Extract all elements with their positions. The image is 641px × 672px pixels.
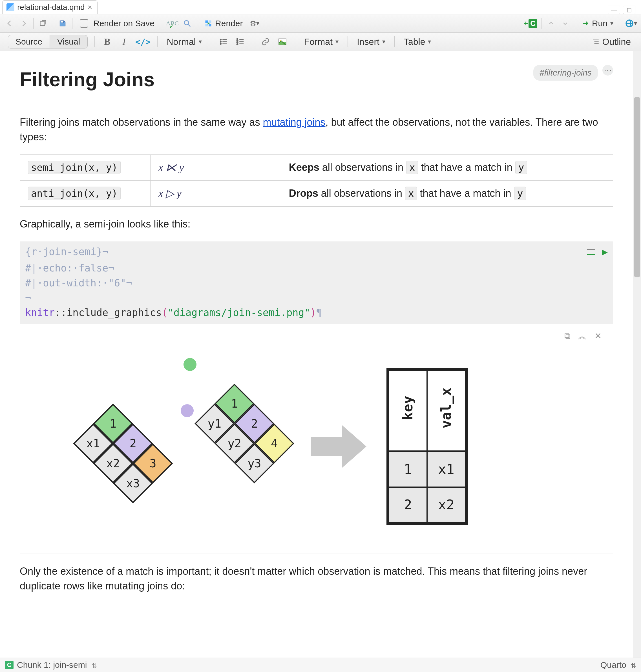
- run-button[interactable]: Run ▾: [579, 18, 617, 29]
- scrollbar-thumb[interactable]: [634, 97, 640, 277]
- tab-strip: relational-data.qmd × — ◻: [0, 0, 641, 14]
- chunk-header: {r·join-semi}¬ ▶: [20, 242, 613, 259]
- code-badge: semi_join(x, y): [28, 161, 121, 174]
- code-button[interactable]: </>: [135, 36, 151, 47]
- outline-button[interactable]: Outline: [590, 37, 633, 47]
- engine-label: Quarto: [600, 660, 626, 670]
- outline-label: Outline: [602, 37, 631, 47]
- tab-filename: relational-data.qmd: [17, 3, 85, 12]
- svg-rect-6: [205, 24, 208, 26]
- find-button[interactable]: [181, 18, 193, 29]
- updown-icon: ⇅: [631, 662, 636, 669]
- join-types-table: semi_join(x, y) x ⋉ y Keeps all observat…: [20, 154, 613, 207]
- text: all observations in: [319, 162, 406, 173]
- text-bold: Drops: [289, 188, 318, 199]
- svg-point-2: [185, 20, 189, 25]
- render-on-save-label: Render on Save: [93, 18, 154, 28]
- chunk-code[interactable]: #|·echo:·false¬ #|·out-width:·"6"¬ ¬ kni…: [20, 259, 613, 324]
- output-close-icon[interactable]: ✕: [595, 330, 602, 342]
- file-tab[interactable]: relational-data.qmd ×: [2, 0, 97, 14]
- link-button[interactable]: [260, 36, 271, 47]
- run-label: Run: [592, 18, 608, 28]
- render-button[interactable]: Render: [201, 18, 246, 29]
- text: that have a match in: [417, 188, 514, 199]
- insert-menu[interactable]: Insert▾: [355, 37, 387, 47]
- chunk-status-icon: C: [5, 661, 14, 669]
- result-header: val_x: [436, 387, 456, 428]
- page-title: Filtering Joins: [20, 65, 613, 94]
- chunk-nav-button[interactable]: Chunk 1: join-semi ⇅: [17, 660, 97, 670]
- text-bold: Keeps: [289, 162, 319, 173]
- svg-rect-4: [205, 20, 208, 23]
- paragraph: Graphically, a semi-join looks like this…: [20, 217, 613, 231]
- svg-rect-1: [61, 21, 64, 23]
- bullet-list-button[interactable]: [218, 36, 229, 47]
- engine-button[interactable]: Quarto ⇅: [600, 660, 636, 670]
- nav-forward-button[interactable]: [18, 18, 29, 29]
- chevron-down-icon: ▾: [199, 38, 202, 45]
- minimize-pane-icon[interactable]: —: [608, 6, 620, 14]
- semi-join-diagram: 1 2 3 x1 x2 x3 1 2 4 y1: [31, 345, 602, 548]
- document-editor[interactable]: ⋯ #filtering-joins Filtering Joins Filte…: [0, 51, 633, 658]
- source-mode-button[interactable]: Source: [8, 35, 50, 49]
- insert-menu-label: Insert: [357, 37, 379, 47]
- bold-button[interactable]: B: [101, 36, 113, 47]
- publish-button[interactable]: ▾: [625, 18, 637, 29]
- match-dot-1: [183, 358, 196, 371]
- next-chunk-button[interactable]: [560, 18, 571, 29]
- code-line: #|·out-width:·"6"¬: [25, 276, 608, 291]
- result-cell: 1: [389, 451, 427, 487]
- render-label: Render: [215, 18, 243, 28]
- match-dot-2: [181, 404, 194, 417]
- svg-point-13: [220, 41, 221, 42]
- code-badge: x: [405, 187, 417, 200]
- result-table-diagram: keyval_x 1x1 2x2: [386, 368, 468, 525]
- format-menu[interactable]: Format▾: [302, 37, 341, 47]
- checkbox-icon: [80, 19, 88, 28]
- numbered-list-button[interactable]: 123: [235, 36, 246, 47]
- y-table-diagram: 1 2 4 y1 y2 y3: [155, 403, 274, 523]
- svg-rect-7: [208, 24, 211, 26]
- text: all observations in: [318, 188, 405, 199]
- paragraph-style-menu[interactable]: Normal▾: [164, 37, 204, 47]
- prev-chunk-button[interactable]: [545, 18, 557, 29]
- close-tab-icon[interactable]: ×: [88, 3, 92, 12]
- code-chunk: {r·join-semi}¬ ▶ #|·echo:·false¬ #|·out-…: [20, 242, 613, 553]
- output-popout-icon[interactable]: ⧉: [564, 330, 570, 342]
- new-chunk-button[interactable]: +C: [524, 18, 537, 29]
- main-toolbar: Render on Save ABC✓ Render ⚙ ▾ +C Run ▾ …: [0, 14, 641, 33]
- svg-line-3: [188, 25, 191, 27]
- chunk-output: ⧉ ︽ ✕: [20, 324, 613, 553]
- save-button[interactable]: [57, 18, 68, 29]
- mutating-joins-link[interactable]: mutating joins: [263, 116, 325, 128]
- svg-rect-0: [40, 22, 45, 26]
- table-menu[interactable]: Table▾: [401, 37, 434, 47]
- vertical-scrollbar[interactable]: [633, 51, 641, 658]
- chunk-options-button[interactable]: [587, 249, 595, 255]
- svg-marker-29: [311, 425, 366, 468]
- render-on-save-toggle[interactable]: Render on Save: [77, 18, 158, 29]
- math-symbol: x ⋉ y: [159, 162, 184, 173]
- image-button[interactable]: [277, 36, 288, 47]
- italic-button[interactable]: I: [118, 36, 129, 47]
- visual-mode-button[interactable]: Visual: [50, 35, 88, 49]
- quarto-file-icon: [6, 3, 14, 11]
- code-badge: x: [406, 161, 418, 174]
- spellcheck-button[interactable]: ABC✓: [166, 18, 179, 29]
- heading-anchor-tag[interactable]: #filtering-joins: [533, 65, 598, 81]
- section-more-button[interactable]: ⋯: [602, 65, 613, 76]
- render-settings-button[interactable]: ⚙ ▾: [249, 18, 260, 29]
- svg-rect-5: [208, 20, 211, 23]
- result-cell: x1: [427, 451, 465, 487]
- run-chunk-button[interactable]: ▶: [602, 245, 608, 259]
- code-line: #|·echo:·false¬: [25, 261, 608, 276]
- maximize-pane-icon[interactable]: ◻: [623, 6, 636, 14]
- show-in-new-window-button[interactable]: [38, 18, 49, 29]
- window-controls: — ◻: [608, 6, 641, 14]
- svg-text:3: 3: [236, 42, 238, 45]
- output-collapse-icon[interactable]: ︽: [578, 330, 587, 342]
- nav-back-button[interactable]: [4, 18, 15, 29]
- chevron-down-icon: ▾: [382, 38, 385, 45]
- chevron-down-icon: ▾: [428, 38, 431, 45]
- editor-toolbar: Source Visual B I </> Normal▾ 123 Format…: [0, 33, 641, 51]
